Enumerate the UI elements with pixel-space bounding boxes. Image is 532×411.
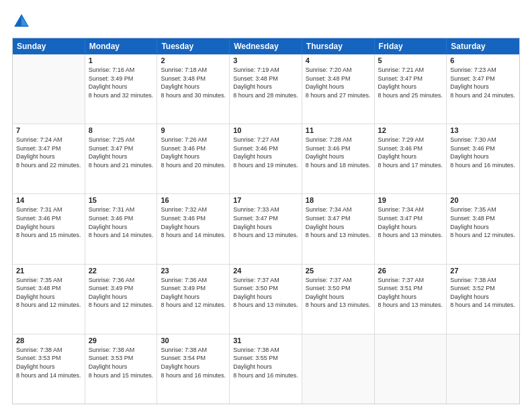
cell-info: Sunrise: 7:38 AMSunset: 3:53 PMDaylight … <box>89 346 154 379</box>
cell-info: Sunrise: 7:36 AMSunset: 3:49 PMDaylight … <box>161 276 226 310</box>
cell-info: Sunrise: 7:38 AMSunset: 3:52 PMDaylight … <box>450 276 516 310</box>
header <box>12 12 520 31</box>
calendar-cell: 14Sunrise: 7:31 AMSunset: 3:46 PMDayligh… <box>13 194 85 263</box>
calendar-cell <box>302 334 375 404</box>
day-number: 12 <box>378 126 443 134</box>
calendar-cell <box>447 334 519 404</box>
day-number: 27 <box>450 267 516 275</box>
calendar-cell: 30Sunrise: 7:38 AMSunset: 3:54 PMDayligh… <box>157 334 230 404</box>
day-number: 5 <box>378 56 443 64</box>
day-number: 28 <box>16 336 81 345</box>
cell-info: Sunrise: 7:37 AMSunset: 3:50 PMDaylight … <box>306 276 371 310</box>
cell-info: Sunrise: 7:38 AMSunset: 3:54 PMDaylight … <box>161 346 226 379</box>
day-number: 3 <box>233 56 298 64</box>
calendar-cell: 3Sunrise: 7:19 AMSunset: 3:48 PMDaylight… <box>230 54 302 124</box>
cell-info: Sunrise: 7:21 AMSunset: 3:47 PMDaylight … <box>378 66 443 99</box>
day-number: 14 <box>16 196 81 204</box>
cell-info: Sunrise: 7:27 AMSunset: 3:46 PMDaylight … <box>233 136 298 169</box>
day-number: 19 <box>378 196 443 204</box>
calendar-cell: 21Sunrise: 7:35 AMSunset: 3:48 PMDayligh… <box>13 265 85 334</box>
header-day: Thursday <box>302 38 375 54</box>
cell-info: Sunrise: 7:23 AMSunset: 3:47 PMDaylight … <box>450 66 516 99</box>
calendar-cell: 26Sunrise: 7:37 AMSunset: 3:51 PMDayligh… <box>375 265 447 334</box>
calendar-row: 21Sunrise: 7:35 AMSunset: 3:48 PMDayligh… <box>13 265 519 334</box>
cell-info: Sunrise: 7:28 AMSunset: 3:46 PMDaylight … <box>306 136 371 169</box>
cell-info: Sunrise: 7:38 AMSunset: 3:53 PMDaylight … <box>16 346 81 379</box>
day-number: 18 <box>306 196 371 204</box>
calendar-cell: 7Sunrise: 7:24 AMSunset: 3:47 PMDaylight… <box>13 124 85 193</box>
calendar-cell: 1Sunrise: 7:16 AMSunset: 3:49 PMDaylight… <box>85 54 158 124</box>
cell-info: Sunrise: 7:37 AMSunset: 3:50 PMDaylight … <box>233 276 298 310</box>
calendar-cell: 18Sunrise: 7:34 AMSunset: 3:47 PMDayligh… <box>302 194 375 263</box>
header-day: Saturday <box>447 38 519 54</box>
day-number: 22 <box>89 267 154 275</box>
calendar-cell: 29Sunrise: 7:38 AMSunset: 3:53 PMDayligh… <box>85 334 158 404</box>
day-number: 21 <box>16 267 81 275</box>
day-number: 30 <box>161 336 226 345</box>
calendar-cell: 13Sunrise: 7:30 AMSunset: 3:46 PMDayligh… <box>447 124 519 193</box>
cell-info: Sunrise: 7:25 AMSunset: 3:47 PMDaylight … <box>89 136 154 169</box>
day-number: 29 <box>89 336 154 345</box>
cell-info: Sunrise: 7:16 AMSunset: 3:49 PMDaylight … <box>89 66 154 99</box>
cell-info: Sunrise: 7:34 AMSunset: 3:47 PMDaylight … <box>306 205 371 239</box>
day-number: 17 <box>233 196 298 204</box>
calendar-cell: 11Sunrise: 7:28 AMSunset: 3:46 PMDayligh… <box>302 124 375 193</box>
calendar-row: 7Sunrise: 7:24 AMSunset: 3:47 PMDaylight… <box>13 124 519 194</box>
calendar-cell: 17Sunrise: 7:33 AMSunset: 3:47 PMDayligh… <box>230 194 302 263</box>
calendar-cell: 27Sunrise: 7:38 AMSunset: 3:52 PMDayligh… <box>447 265 519 334</box>
day-number: 7 <box>16 126 81 134</box>
cell-info: Sunrise: 7:35 AMSunset: 3:48 PMDaylight … <box>450 205 516 239</box>
header-day: Friday <box>375 38 447 54</box>
day-number: 11 <box>306 126 371 134</box>
day-number: 1 <box>89 56 154 64</box>
calendar-cell: 5Sunrise: 7:21 AMSunset: 3:47 PMDaylight… <box>375 54 447 124</box>
cell-info: Sunrise: 7:36 AMSunset: 3:49 PMDaylight … <box>89 276 154 310</box>
logo <box>12 12 34 31</box>
cell-info: Sunrise: 7:18 AMSunset: 3:48 PMDaylight … <box>161 66 226 99</box>
cell-info: Sunrise: 7:34 AMSunset: 3:47 PMDaylight … <box>378 205 443 239</box>
cell-info: Sunrise: 7:37 AMSunset: 3:51 PMDaylight … <box>378 276 443 310</box>
logo-icon <box>12 12 31 31</box>
cell-info: Sunrise: 7:24 AMSunset: 3:47 PMDaylight … <box>16 136 81 169</box>
calendar-cell: 10Sunrise: 7:27 AMSunset: 3:46 PMDayligh… <box>230 124 302 193</box>
day-number: 6 <box>450 56 516 64</box>
calendar-cell: 28Sunrise: 7:38 AMSunset: 3:53 PMDayligh… <box>13 334 85 404</box>
calendar-row: 1Sunrise: 7:16 AMSunset: 3:49 PMDaylight… <box>13 54 519 124</box>
calendar-cell: 4Sunrise: 7:20 AMSunset: 3:48 PMDaylight… <box>302 54 375 124</box>
calendar-cell: 8Sunrise: 7:25 AMSunset: 3:47 PMDaylight… <box>85 124 158 193</box>
day-number: 25 <box>306 267 371 275</box>
calendar-cell: 20Sunrise: 7:35 AMSunset: 3:48 PMDayligh… <box>447 194 519 263</box>
header-day: Monday <box>85 38 158 54</box>
calendar-body: 1Sunrise: 7:16 AMSunset: 3:49 PMDaylight… <box>13 54 519 404</box>
day-number: 2 <box>161 56 226 64</box>
cell-info: Sunrise: 7:19 AMSunset: 3:48 PMDaylight … <box>233 66 298 99</box>
day-number: 23 <box>161 267 226 275</box>
calendar-cell: 2Sunrise: 7:18 AMSunset: 3:48 PMDaylight… <box>157 54 230 124</box>
day-number: 31 <box>233 336 298 345</box>
day-number: 24 <box>233 267 298 275</box>
calendar-cell: 16Sunrise: 7:32 AMSunset: 3:46 PMDayligh… <box>157 194 230 263</box>
day-number: 13 <box>450 126 516 134</box>
calendar-cell: 19Sunrise: 7:34 AMSunset: 3:47 PMDayligh… <box>375 194 447 263</box>
day-number: 4 <box>306 56 371 64</box>
cell-info: Sunrise: 7:20 AMSunset: 3:48 PMDaylight … <box>306 66 371 99</box>
calendar-cell: 31Sunrise: 7:38 AMSunset: 3:55 PMDayligh… <box>230 334 302 404</box>
header-day: Tuesday <box>157 38 230 54</box>
cell-info: Sunrise: 7:31 AMSunset: 3:46 PMDaylight … <box>16 205 81 239</box>
day-number: 15 <box>89 196 154 204</box>
cell-info: Sunrise: 7:38 AMSunset: 3:55 PMDaylight … <box>233 346 298 379</box>
calendar: SundayMondayTuesdayWednesdayThursdayFrid… <box>12 38 520 404</box>
calendar-row: 14Sunrise: 7:31 AMSunset: 3:46 PMDayligh… <box>13 194 519 264</box>
day-number: 26 <box>378 267 443 275</box>
calendar-header: SundayMondayTuesdayWednesdayThursdayFrid… <box>13 38 519 54</box>
calendar-cell <box>375 334 447 404</box>
header-day: Wednesday <box>230 38 302 54</box>
page: SundayMondayTuesdayWednesdayThursdayFrid… <box>0 0 532 411</box>
cell-info: Sunrise: 7:32 AMSunset: 3:46 PMDaylight … <box>161 205 226 239</box>
day-number: 8 <box>89 126 154 134</box>
calendar-cell <box>13 54 85 124</box>
cell-info: Sunrise: 7:26 AMSunset: 3:46 PMDaylight … <box>161 136 226 169</box>
calendar-cell: 15Sunrise: 7:31 AMSunset: 3:46 PMDayligh… <box>85 194 158 263</box>
cell-info: Sunrise: 7:30 AMSunset: 3:46 PMDaylight … <box>450 136 516 169</box>
calendar-cell: 12Sunrise: 7:29 AMSunset: 3:46 PMDayligh… <box>375 124 447 193</box>
